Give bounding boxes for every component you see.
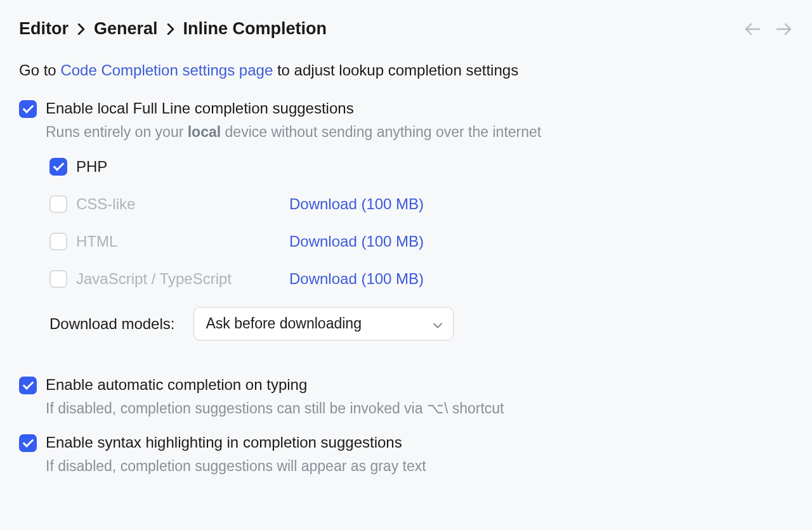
setting-text: Enable syntax highlighting in completion… bbox=[46, 434, 426, 475]
setting-full-line: Enable local Full Line completion sugges… bbox=[19, 100, 793, 141]
lang-label-js[interactable]: JavaScript / TypeScript bbox=[76, 270, 280, 288]
checkbox-js[interactable] bbox=[49, 270, 67, 288]
setting-title[interactable]: Enable automatic completion on typing bbox=[46, 376, 504, 394]
chevron-down-icon bbox=[433, 315, 443, 332]
download-models-row: Download models: Ask before downloading bbox=[49, 307, 793, 340]
intro-suffix: to adjust lookup completion settings bbox=[273, 61, 518, 79]
download-models-select[interactable]: Ask before downloading bbox=[193, 307, 454, 340]
forward-arrow-icon[interactable] bbox=[775, 20, 793, 38]
setting-title[interactable]: Enable syntax highlighting in completion… bbox=[46, 434, 426, 451]
setting-description: Runs entirely on your local device witho… bbox=[46, 124, 541, 141]
download-models-value: Ask before downloading bbox=[206, 315, 362, 332]
checkbox-syntax-highlight[interactable] bbox=[19, 434, 37, 452]
checkbox-css[interactable] bbox=[49, 195, 67, 213]
lang-php: PHP bbox=[49, 157, 793, 176]
setting-text: Enable local Full Line completion sugges… bbox=[46, 100, 541, 141]
lang-html: HTML Download (100 MB) bbox=[49, 232, 793, 250]
lang-css: CSS-like Download (100 MB) bbox=[49, 195, 793, 213]
code-completion-link[interactable]: Code Completion settings page bbox=[60, 61, 273, 79]
checkbox-php[interactable] bbox=[49, 158, 67, 176]
breadcrumb-general[interactable]: General bbox=[94, 19, 158, 39]
header: Editor General Inline Completion bbox=[19, 19, 793, 39]
chevron-right-icon bbox=[77, 23, 85, 35]
download-models-label: Download models: bbox=[49, 315, 174, 333]
setting-syntax-highlight: Enable syntax highlighting in completion… bbox=[19, 434, 793, 475]
setting-auto-typing: Enable automatic completion on typing If… bbox=[19, 376, 793, 417]
download-js-link[interactable]: Download (100 MB) bbox=[289, 270, 424, 288]
shortcut-badge: ⌥\ bbox=[427, 400, 448, 417]
checkbox-auto-typing[interactable] bbox=[19, 377, 37, 394]
lang-label-css[interactable]: CSS-like bbox=[76, 195, 280, 213]
back-arrow-icon[interactable] bbox=[743, 20, 761, 38]
intro-prefix: Go to bbox=[19, 61, 60, 79]
breadcrumb: Editor General Inline Completion bbox=[19, 19, 327, 39]
lang-label-html[interactable]: HTML bbox=[76, 233, 280, 250]
download-html-link[interactable]: Download (100 MB) bbox=[289, 233, 424, 250]
breadcrumb-inline-completion: Inline Completion bbox=[183, 19, 327, 39]
setting-title[interactable]: Enable local Full Line completion sugges… bbox=[46, 100, 541, 117]
lang-label-php[interactable]: PHP bbox=[76, 158, 280, 176]
setting-description: If disabled, completion suggestions can … bbox=[46, 400, 504, 417]
checkbox-html[interactable] bbox=[49, 233, 67, 250]
setting-text: Enable automatic completion on typing If… bbox=[46, 376, 504, 417]
chevron-right-icon bbox=[167, 23, 174, 35]
languages-list: PHP CSS-like Download (100 MB) HTML Down… bbox=[49, 157, 793, 340]
download-css-link[interactable]: Download (100 MB) bbox=[289, 195, 424, 213]
checkbox-full-line[interactable] bbox=[19, 100, 37, 118]
setting-description: If disabled, completion suggestions will… bbox=[46, 458, 426, 475]
lang-js: JavaScript / TypeScript Download (100 MB… bbox=[49, 269, 793, 288]
intro-text: Go to Code Completion settings page to a… bbox=[19, 61, 793, 79]
breadcrumb-editor[interactable]: Editor bbox=[19, 19, 69, 39]
nav-arrows bbox=[743, 20, 793, 38]
